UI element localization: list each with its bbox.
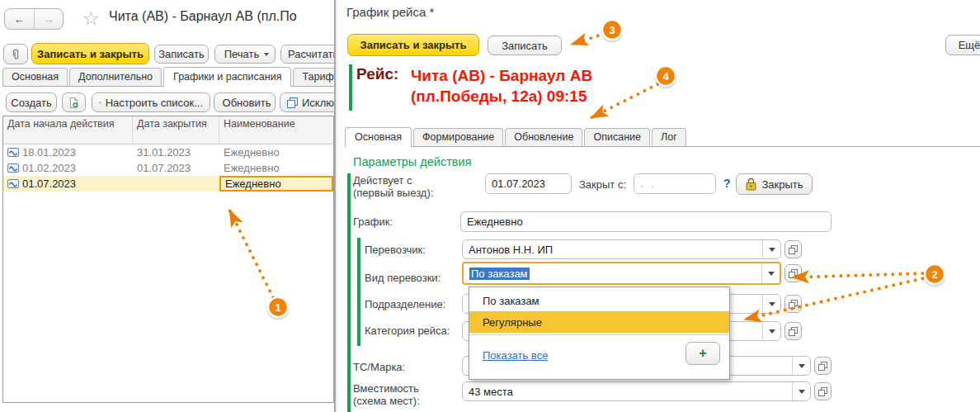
- column-header-name[interactable]: Наименование: [219, 116, 333, 144]
- schedule-icon: [7, 179, 19, 188]
- capacity-open-button[interactable]: [814, 382, 832, 400]
- dropdown-arrow-icon[interactable]: [762, 295, 780, 313]
- show-all-link[interactable]: Показать все: [483, 349, 548, 362]
- tab-log[interactable]: Лог: [652, 128, 686, 146]
- open-form-icon: [789, 245, 798, 254]
- carrier-value: Антонов Н.Н. ИП: [469, 244, 762, 256]
- panel-separator-highlight: [337, 0, 337, 412]
- tab-dopolnitelno[interactable]: Дополнительно: [69, 68, 162, 86]
- capacity-label: Вместимость: [353, 382, 419, 395]
- cell-name: Ежедневно: [219, 160, 333, 176]
- tab-formirovanie[interactable]: Формирование: [413, 128, 503, 146]
- save-close-button[interactable]: Записать и закрыть: [347, 34, 479, 56]
- cell-name-active: Ежедневно: [219, 176, 333, 192]
- schedule-label: График:: [353, 215, 393, 228]
- category-label: Категория рейса:: [365, 324, 450, 337]
- favorite-star-icon[interactable]: ☆: [82, 7, 100, 30]
- more-button[interactable]: Ещё: [945, 35, 980, 55]
- subsection-accent-bar: [357, 238, 360, 346]
- print-button[interactable]: Печать: [214, 45, 276, 64]
- header-accent-bar: [349, 64, 352, 111]
- new-document-plus-icon: [69, 97, 78, 109]
- table-row[interactable]: 01.02.2023 01.07.2023 Ежедневно: [3, 160, 333, 176]
- tab-obnovlenie[interactable]: Обновление: [505, 128, 582, 146]
- cell-date-end: [133, 176, 219, 192]
- form-tabs: Основная Формирование Обновление Описани…: [345, 125, 980, 147]
- closed-from-input[interactable]: . .: [634, 173, 716, 194]
- tab-tarify[interactable]: Тарифы: [293, 68, 334, 86]
- configure-list-icon: [99, 97, 101, 108]
- cell-date-end: 01.07.2023: [133, 160, 219, 176]
- carrier-open-button[interactable]: [784, 240, 802, 258]
- calculate-button[interactable]: Расчитать: [280, 45, 334, 64]
- forward-button[interactable]: →: [35, 9, 64, 29]
- carrier-label: Перевозчик:: [365, 244, 426, 256]
- refresh-button[interactable]: Обновить: [214, 92, 276, 112]
- column-header-date-start[interactable]: Дата начала действия: [3, 116, 133, 144]
- save-close-button[interactable]: Записать и закрыть: [31, 43, 149, 64]
- save-button[interactable]: Записать: [154, 45, 209, 64]
- transport-kind-value: По заказам: [469, 268, 530, 280]
- valid-from-label: Действует с: [353, 174, 412, 187]
- table-header: Дата начала действия Дата закрытия Наиме…: [3, 116, 333, 144]
- table-row-selected[interactable]: 01.07.2023 Ежедневно: [3, 176, 333, 192]
- save-button[interactable]: Записать: [488, 36, 562, 55]
- tab-opisanie[interactable]: Описание: [584, 128, 650, 146]
- dropdown-arrow-icon[interactable]: [792, 357, 810, 375]
- configure-list-button[interactable]: Настроить список...: [92, 92, 210, 112]
- tab-osnovnaya[interactable]: Основная: [2, 68, 68, 86]
- route-card-panel: ← → ☆ Чита (АВ) - Барнаул АВ (пл.По Запи…: [0, 0, 334, 412]
- schedule-icon: [7, 163, 19, 173]
- transport-kind-dropdown: По заказам Регулярные Показать все +: [469, 287, 730, 380]
- tab-grafiki-i-raspisaniya[interactable]: Графики и расписания: [163, 67, 291, 87]
- dropdown-arrow-icon[interactable]: [761, 263, 780, 283]
- tab-osnovnaya[interactable]: Основная: [345, 127, 412, 147]
- dropdown-item[interactable]: По заказам: [469, 290, 729, 311]
- cell-date-start: 01.02.2023: [22, 162, 76, 174]
- dropdown-arrow-icon[interactable]: [762, 322, 780, 340]
- vehicle-label: ТС/Марка:: [353, 361, 405, 373]
- carrier-combo[interactable]: Антонов Н.Н. ИП: [462, 239, 781, 259]
- table-row[interactable]: 18.01.2023 31.01.2023 Ежедневно: [3, 144, 333, 160]
- transport-kind-label: Вид перевозки:: [365, 272, 441, 284]
- section-accent-bar: [347, 173, 351, 412]
- create-button[interactable]: Создать: [6, 92, 57, 112]
- division-open-button[interactable]: [784, 295, 802, 313]
- help-icon[interactable]: ?: [723, 177, 731, 190]
- category-open-button[interactable]: [784, 322, 802, 340]
- create-copy-button[interactable]: [62, 92, 86, 112]
- capacity-value: 43 места: [469, 386, 792, 398]
- dropdown-arrow-icon[interactable]: [792, 382, 810, 400]
- open-form-icon: [789, 269, 798, 278]
- schedules-table: Дата начала действия Дата закрытия Наиме…: [2, 116, 334, 403]
- valid-from-label-2: (первый выезд):: [353, 187, 433, 199]
- open-form-icon: [789, 300, 798, 309]
- back-button[interactable]: ←: [5, 9, 35, 29]
- trip-prefix-label: Рейс:: [356, 65, 398, 83]
- configure-list-label: Настроить список...: [106, 97, 203, 109]
- open-form-icon: [818, 362, 827, 371]
- lock-icon: [745, 178, 757, 191]
- back-arrow-icon: ←: [14, 13, 25, 26]
- exclude-label: Исклю: [302, 97, 334, 109]
- dropdown-arrow-icon[interactable]: [762, 240, 780, 258]
- panel-separator[interactable]: [334, 0, 336, 412]
- add-new-button[interactable]: +: [686, 342, 720, 365]
- column-header-date-end[interactable]: Дата закрытия: [133, 116, 219, 144]
- transport-kind-combo[interactable]: По заказам: [462, 262, 781, 285]
- attachments-button[interactable]: [3, 44, 28, 64]
- transport-kind-open-button[interactable]: [784, 264, 802, 282]
- cell-date-start: 01.07.2023: [22, 178, 76, 190]
- capacity-label-2: (схема мест):: [353, 395, 420, 407]
- trip-schedule-form: График рейса * Записать и закрыть Записа…: [345, 0, 980, 412]
- close-period-button[interactable]: Закрыть: [736, 173, 813, 195]
- schedule-input[interactable]: Ежедневно: [460, 211, 832, 232]
- trip-route-line2: (пл.Победы, 12а) 09:15: [411, 86, 587, 107]
- valid-from-input[interactable]: 01.07.2023: [485, 173, 572, 194]
- capacity-combo[interactable]: 43 места: [462, 381, 811, 401]
- dropdown-item-highlighted[interactable]: Регулярные: [469, 311, 729, 333]
- cell-date-end: 31.01.2023: [133, 144, 219, 160]
- exclude-button[interactable]: Исклю: [280, 92, 334, 112]
- close-period-label: Закрыть: [761, 178, 803, 191]
- vehicle-open-button[interactable]: [814, 357, 832, 375]
